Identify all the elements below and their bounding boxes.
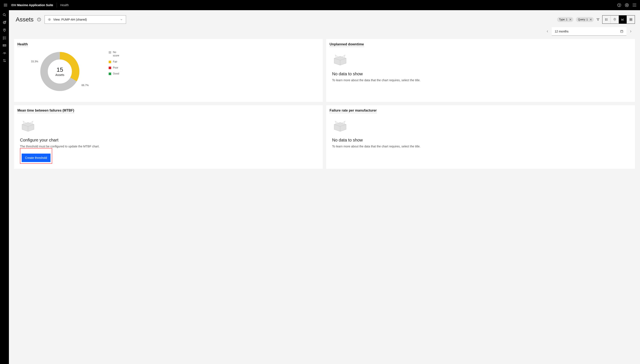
empty-box-icon (332, 120, 348, 134)
search-icon[interactable] (2, 13, 7, 17)
filter-chip-type[interactable]: Type: 1 (557, 17, 573, 22)
svg-rect-48 (620, 30, 623, 32)
svg-rect-45 (631, 18, 632, 19)
downtime-empty-desc: To learn more about the data that the ch… (332, 78, 630, 82)
filter-chip-query-label: Query: 1 (578, 18, 588, 21)
brand: IBM Maximo Application Suite (11, 4, 53, 7)
filter-chip-query[interactable]: Query: 1 (576, 17, 594, 22)
hamburger-icon[interactable] (4, 3, 8, 7)
svg-point-4 (619, 6, 619, 6)
card-health: Health 33.3% 66.7% 15 Assets (14, 39, 323, 102)
svg-point-22 (4, 45, 4, 46)
view-toggle-map[interactable] (610, 16, 618, 24)
legend-item-fair: Fair (109, 60, 121, 63)
failure-rate-empty-title: No data to show (332, 138, 630, 142)
view-toggle-list[interactable] (602, 16, 610, 24)
card-mtbf-title[interactable]: Mean time between failures (MTBF) (18, 108, 74, 113)
failure-rate-empty-desc: To learn more about the data that the ch… (332, 145, 630, 148)
header-subtitle: Health (60, 4, 69, 7)
empty-box-icon (20, 120, 36, 134)
svg-point-26 (4, 60, 4, 60)
legend-item-poor: Poor (109, 66, 121, 69)
legend: No score Fair Poor Good (109, 51, 121, 75)
left-sidebar (0, 10, 9, 174)
legend-label-poor: Poor (113, 66, 118, 69)
svg-point-13 (633, 6, 634, 7)
svg-point-37 (605, 18, 606, 19)
svg-rect-46 (629, 20, 631, 21)
svg-point-28 (5, 61, 5, 62)
apps-icon[interactable] (632, 3, 636, 7)
card-downtime: Unplanned downtime No data to show To le… (326, 39, 635, 102)
date-range-row: 12 months (9, 24, 640, 39)
donut-center-value: 15 (55, 66, 64, 73)
filter-chip-type-label: Type: 1 (559, 18, 567, 21)
svg-point-8 (634, 4, 635, 4)
donut-center-label: Assets (55, 73, 64, 76)
svg-rect-44 (629, 18, 631, 19)
svg-point-9 (635, 4, 636, 4)
svg-point-19 (4, 22, 5, 23)
donut-pct-fair: 33.3% (31, 60, 38, 63)
close-icon[interactable] (589, 18, 592, 21)
user-icon[interactable] (625, 3, 629, 7)
view-selector[interactable]: View: PUMP-AH (shared) (45, 15, 126, 24)
svg-rect-47 (631, 20, 632, 21)
filter-icon[interactable] (596, 18, 600, 21)
checklist-icon[interactable] (2, 36, 7, 40)
empty-box-icon (332, 53, 348, 67)
brand-bold: Maximo Application Suite (17, 4, 53, 7)
svg-point-16 (3, 14, 5, 16)
mtbf-empty-desc: The threshold must be configured to upda… (20, 145, 318, 148)
card-mtbf: Mean time between failures (MTBF) Config… (14, 105, 323, 169)
svg-point-15 (635, 6, 636, 7)
legend-label-noscore: No score (113, 51, 121, 57)
swatch-fair (109, 61, 111, 63)
target-icon[interactable] (2, 20, 7, 24)
card-failure-rate-title[interactable]: Failure rate per manufacturer (330, 108, 377, 113)
gauge-icon[interactable] (2, 51, 7, 55)
card-health-title[interactable]: Health (18, 42, 28, 47)
svg-point-43 (614, 19, 615, 20)
swatch-poor (109, 66, 111, 69)
help-icon[interactable] (617, 3, 621, 7)
svg-point-12 (635, 5, 636, 6)
view-toggle-group (602, 15, 635, 24)
donut-pct-noscore: 66.7% (82, 84, 89, 87)
svg-point-10 (633, 5, 634, 6)
close-icon[interactable] (569, 18, 572, 21)
view-toggle-grid[interactable] (627, 16, 635, 24)
legend-item-noscore: No score (109, 51, 121, 57)
svg-point-14 (634, 6, 635, 7)
svg-point-7 (633, 4, 634, 4)
card-downtime-title[interactable]: Unplanned downtime (330, 42, 364, 47)
highlight-annotation: Create threshold (20, 148, 52, 164)
card-failure-rate: Failure rate per manufacturer No data to… (326, 105, 635, 169)
legend-label-good: Good (113, 72, 119, 75)
svg-point-24 (4, 54, 5, 54)
swatch-noscore (109, 51, 111, 54)
svg-line-17 (5, 16, 6, 16)
date-next-button[interactable] (626, 27, 635, 36)
svg-point-31 (39, 18, 39, 19)
date-range-selector[interactable]: 12 months (552, 27, 626, 36)
sliders-icon[interactable] (2, 58, 7, 63)
svg-point-32 (49, 19, 50, 20)
svg-point-6 (626, 4, 627, 5)
view-toggle-chart[interactable] (618, 16, 627, 24)
id-card-icon[interactable] (2, 43, 7, 48)
create-threshold-button[interactable]: Create threshold (22, 154, 51, 162)
date-prev-button[interactable] (543, 27, 552, 36)
view-selector-label: View: PUMP-AH (shared) (53, 18, 118, 21)
page-title: Assets (16, 16, 34, 23)
svg-point-39 (605, 19, 606, 20)
legend-item-good: Good (109, 72, 121, 75)
svg-rect-21 (3, 44, 6, 46)
brand-prefix: IBM (11, 4, 17, 7)
top-header: IBM Maximo Application Suite Health (0, 0, 640, 10)
location-icon[interactable] (2, 28, 7, 32)
chevron-down-icon (120, 18, 123, 21)
page-header: Assets View: PUMP-AH (shared) Type: 1 Qu… (9, 10, 640, 24)
svg-point-11 (634, 5, 635, 6)
info-icon[interactable] (37, 18, 41, 22)
